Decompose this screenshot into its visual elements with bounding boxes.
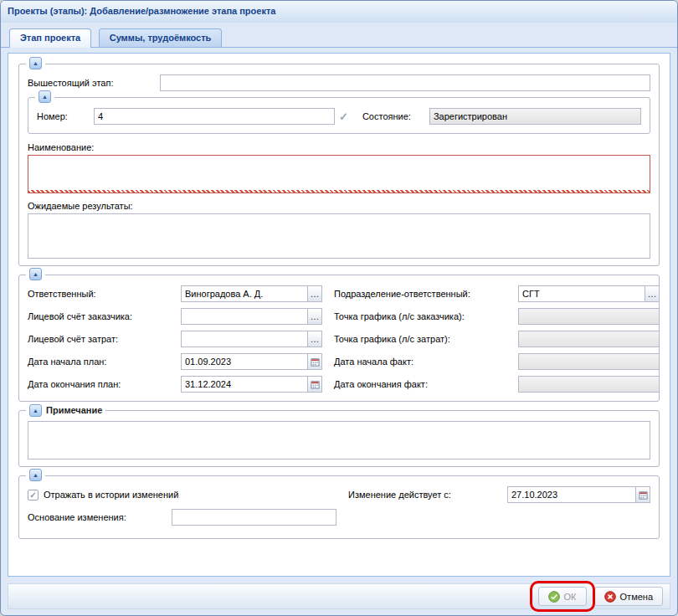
history-checkbox[interactable]: ✓: [28, 490, 39, 501]
ok-check-icon: [548, 591, 560, 603]
ok-button-label: ОК: [564, 592, 577, 602]
tab-sums-labor[interactable]: Суммы, трудоёмкость: [99, 28, 223, 47]
change-date-calendar-button[interactable]: [635, 486, 650, 503]
fieldset-responsible-dates: ▲ Ответственный: … Лицевой счёт заказчик…: [18, 275, 660, 402]
ellipsis-icon: …: [311, 311, 320, 322]
parent-stage-row: Вышестоящий этап:: [28, 74, 650, 91]
graph-point-costs-row: Точка графика (л/с затрат):: [334, 331, 660, 347]
note-legend: Примечание: [46, 403, 102, 417]
cancel-button[interactable]: Отмена: [594, 587, 663, 606]
parent-stage-input[interactable]: [160, 74, 650, 91]
customer-account-label: Лицевой счёт заказчика:: [28, 311, 181, 321]
graph-point-costs-input: [518, 331, 660, 347]
fieldset-header: ▲: [35, 90, 54, 103]
fieldset-stage-info: ▲ Вышестоящий этап: ▲ Номер: ✓ Состояние…: [18, 64, 660, 266]
date-start-plan-row: Дата начала план:: [28, 353, 322, 370]
tab-project-stage[interactable]: Этап проекта: [9, 28, 91, 48]
date-end-fact-input: [518, 376, 660, 393]
date-end-fact-label: Дата окончания факт:: [334, 379, 518, 389]
date-start-fact-label: Дата начала факт:: [334, 357, 518, 367]
responsible-picker-button[interactable]: …: [307, 285, 322, 302]
date-start-plan-input[interactable]: [181, 353, 308, 370]
history-checkbox-row: ✓ Отражать в истории изменений: [28, 486, 336, 503]
window-titlebar[interactable]: Проекты (этапы): Добавление/размножение …: [1, 1, 677, 23]
ellipsis-icon: …: [311, 333, 320, 345]
date-end-fact-row: Дата окончания факт:: [334, 376, 660, 393]
date-start-fact-row: Дата начала факт:: [334, 353, 660, 370]
fieldset-number-state: ▲ Номер: ✓ Состояние:: [28, 97, 650, 134]
date-end-plan-row: Дата окончания план:: [28, 376, 322, 393]
ellipsis-icon: …: [648, 288, 657, 300]
fieldset-header: ▲: [26, 469, 45, 481]
department-picker-button[interactable]: …: [645, 285, 660, 302]
calendar-icon: [311, 357, 320, 367]
collapse-icon[interactable]: ▲: [39, 90, 51, 103]
collapse-icon[interactable]: ▲: [29, 469, 42, 481]
tab-label: Суммы, трудоёмкость: [110, 33, 212, 43]
right-column: Подразделение-ответственный: … Точка гра…: [334, 285, 660, 394]
graph-point-customer-row: Точка графика (л/с заказчика):: [334, 308, 660, 325]
date-start-plan-calendar-button[interactable]: [307, 353, 322, 370]
parent-stage-field: [160, 74, 650, 91]
cancel-x-icon: [604, 591, 616, 603]
name-textarea[interactable]: [28, 155, 650, 193]
ellipsis-icon: …: [311, 288, 320, 300]
graph-point-customer-input: [518, 308, 660, 325]
fieldset-header: ▲ Примечание: [26, 403, 105, 417]
tab-strip: Этап проекта Суммы, трудоёмкость: [1, 23, 677, 48]
window-title: Проекты (этапы): Добавление/размножение …: [8, 6, 275, 16]
results-textarea[interactable]: [28, 213, 650, 259]
customer-account-input[interactable]: [181, 308, 308, 325]
number-state-row: Номер: ✓ Состояние:: [37, 108, 641, 125]
results-label: Ожидаемые результаты:: [28, 201, 650, 211]
fieldset-header: ▲: [26, 268, 45, 280]
fieldset-note: ▲ Примечание: [18, 410, 660, 467]
number-checked-icon: ✓: [339, 110, 348, 123]
number-input[interactable]: [94, 108, 335, 125]
fieldset-header: ▲: [26, 57, 45, 69]
collapse-icon[interactable]: ▲: [29, 268, 42, 280]
state-field: [429, 108, 641, 125]
costs-account-picker-button[interactable]: …: [307, 331, 322, 347]
date-end-plan-input[interactable]: [181, 376, 308, 393]
change-reason-row: Основание изменения:: [28, 509, 336, 526]
dialog-window: Проекты (этапы): Добавление/размножение …: [0, 0, 678, 616]
department-label: Подразделение-ответственный:: [334, 289, 518, 299]
change-date-row: Изменение действует с:: [348, 486, 650, 503]
calendar-icon: [311, 380, 320, 389]
calendar-icon: [639, 490, 648, 500]
state-input: [429, 108, 641, 125]
department-row: Подразделение-ответственный: …: [334, 285, 660, 302]
responsible-input[interactable]: [181, 285, 308, 302]
date-start-plan-label: Дата начала план:: [28, 357, 181, 367]
note-textarea[interactable]: [28, 421, 650, 459]
left-column: Ответственный: … Лицевой счёт заказчика:…: [28, 285, 322, 394]
costs-account-input[interactable]: [181, 331, 308, 347]
customer-account-picker-button[interactable]: …: [307, 308, 322, 325]
responsible-label: Ответственный:: [28, 289, 181, 299]
date-start-fact-input: [518, 353, 660, 370]
graph-point-customer-label: Точка графика (л/с заказчика):: [334, 311, 518, 321]
footer-toolbar: ОК Отмена: [8, 583, 670, 609]
graph-point-costs-label: Точка графика (л/с затрат):: [334, 334, 518, 344]
change-reason-label: Основание изменения:: [28, 512, 172, 522]
fieldset-change-history: ▲ ✓ Отражать в истории изменений Изменен…: [18, 475, 660, 539]
change-date-input[interactable]: [507, 486, 636, 503]
number-label: Номер:: [37, 111, 94, 121]
change-reason-input[interactable]: [172, 509, 336, 526]
department-input[interactable]: [518, 285, 645, 302]
cancel-button-label: Отмена: [620, 592, 653, 602]
costs-account-row: Лицевой счёт затрат: …: [28, 331, 322, 347]
date-end-plan-label: Дата окончания план:: [28, 379, 181, 389]
date-end-plan-calendar-button[interactable]: [307, 376, 322, 393]
state-label: Состояние:: [362, 111, 429, 121]
parent-stage-label: Вышестоящий этап:: [28, 78, 160, 88]
collapse-icon[interactable]: ▲: [29, 57, 42, 69]
responsible-row: Ответственный: …: [28, 285, 322, 302]
change-date-label: Изменение действует с:: [348, 490, 507, 500]
name-label: Наименование:: [28, 142, 650, 152]
customer-account-row: Лицевой счёт заказчика: …: [28, 308, 322, 325]
collapse-icon[interactable]: ▲: [29, 404, 42, 417]
ok-button[interactable]: ОК: [538, 587, 587, 606]
costs-account-label: Лицевой счёт затрат:: [28, 334, 181, 344]
